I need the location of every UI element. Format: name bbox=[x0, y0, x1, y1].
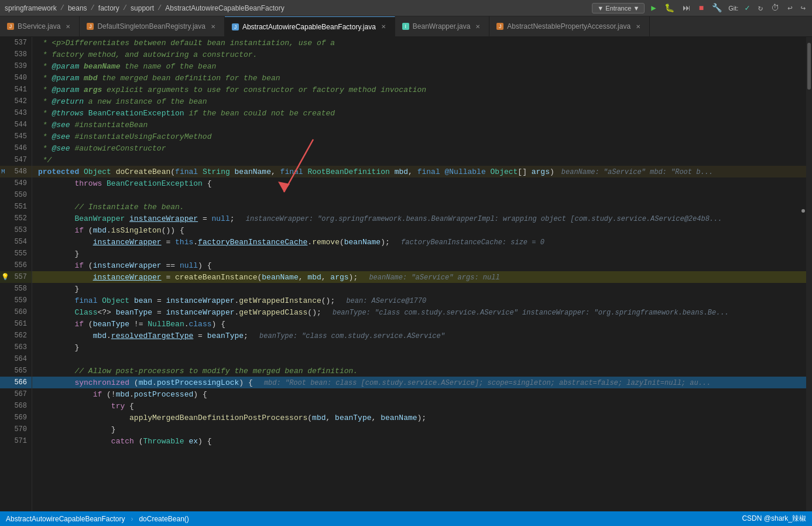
status-method[interactable]: doCreateBean() bbox=[139, 515, 189, 523]
code-line-566: synchronized (mbd.postProcessingLock) { … bbox=[32, 377, 812, 388]
code-line-545: * @see #instantiateUsingFactoryMethod bbox=[32, 131, 812, 142]
tab-close-beanwrapper[interactable]: ✕ bbox=[474, 23, 482, 30]
linenum-561: 561 bbox=[0, 318, 32, 330]
code-line-570: } bbox=[32, 423, 812, 435]
linenum-570: 570 bbox=[0, 423, 32, 435]
code-line-540: * @param mbd the merged bean definition … bbox=[32, 72, 812, 84]
tab-bservice[interactable]: J BService.java ✕ bbox=[0, 16, 80, 36]
linenum-567: 567 bbox=[0, 388, 32, 400]
line-numbers: 537 538 539 540 541 542 543 544 545 546 … bbox=[0, 37, 32, 511]
linenum-545: 545 bbox=[0, 131, 32, 142]
git-sync-icon[interactable]: ↻ bbox=[756, 3, 765, 13]
code-line-547: */ bbox=[32, 154, 812, 166]
linenum-553: 553 bbox=[0, 224, 32, 236]
code-line-553: if (mbd.isSingleton()) { bbox=[32, 224, 812, 236]
linenum-555: 555 bbox=[0, 248, 32, 259]
scrollbar-thumb[interactable] bbox=[807, 43, 811, 90]
breadcrumb-class[interactable]: AbstractAutowireCapableBeanFactory bbox=[165, 4, 284, 12]
git-label: Git: bbox=[728, 5, 738, 12]
editor-container: 537 538 539 540 541 542 543 544 545 546 … bbox=[0, 37, 812, 511]
linenum-563: 563 bbox=[0, 341, 32, 353]
undo-icon[interactable]: ↩ bbox=[786, 3, 794, 13]
linenum-564: 564 bbox=[0, 353, 32, 365]
entrance-button[interactable]: ▼ Entrance ▼ bbox=[592, 3, 645, 13]
linenum-540: 540 bbox=[0, 72, 32, 84]
bulb-icon-557[interactable]: 💡 bbox=[1, 271, 9, 283]
redo-icon[interactable]: ↪ bbox=[799, 3, 807, 13]
breadcrumb-support[interactable]: support bbox=[131, 4, 154, 12]
code-line-554: instanceWrapper = this.factoryBeanInstan… bbox=[32, 236, 812, 248]
linenum-543: 543 bbox=[0, 107, 32, 119]
tab-label-bservice: BService.java bbox=[18, 22, 60, 30]
code-line-543: * @throws BeanCreationException if the b… bbox=[32, 107, 812, 119]
git-check-icon[interactable]: ✓ bbox=[743, 3, 751, 13]
breadcrumb-springframework[interactable]: springframework bbox=[5, 4, 57, 12]
csdn-badge: CSDN @shark_辣椒 bbox=[742, 514, 806, 524]
fold-indicator[interactable] bbox=[801, 209, 805, 213]
code-line-549: throws BeanCreationException { bbox=[32, 177, 812, 189]
code-line-548: protected Object doCreateBean(final Stri… bbox=[32, 166, 812, 177]
title-bar: springframework / beans / factory / supp… bbox=[0, 0, 812, 16]
status-bar: AbstractAutowireCapableBeanFactory › doC… bbox=[0, 511, 812, 526]
code-line-555: } bbox=[32, 248, 812, 259]
linenum-569: 569 bbox=[0, 412, 32, 423]
code-line-564 bbox=[32, 353, 812, 365]
scrollbar-right[interactable] bbox=[806, 37, 812, 511]
code-line-568: try { bbox=[32, 400, 812, 412]
code-line-556: if (instanceWrapper == null) { bbox=[32, 259, 812, 271]
linenum-538: 538 bbox=[0, 49, 32, 60]
tab-close-bservice[interactable]: ✕ bbox=[64, 23, 72, 30]
tab-label-abstractnestable: AbstractNestablePropertyAccessor.java bbox=[507, 22, 631, 30]
linenum-554: 554 bbox=[0, 236, 32, 248]
code-line-537: * <p>Differentiates between default bean… bbox=[32, 37, 812, 49]
code-line-567: if (!mbd.postProcessed) { bbox=[32, 388, 812, 400]
tools-icon[interactable]: 🔧 bbox=[710, 3, 724, 13]
code-line-546: * @see #autowireConstructor bbox=[32, 142, 812, 154]
tab-close-defaultsingleton[interactable]: ✕ bbox=[209, 23, 217, 30]
code-line-563: } bbox=[32, 341, 812, 353]
code-line-539: * @param beanName the name of the bean bbox=[32, 60, 812, 72]
linenum-548: M 548 bbox=[0, 166, 32, 177]
run-icon[interactable]: ▶ bbox=[649, 3, 657, 13]
linenum-566: 566 bbox=[0, 377, 32, 388]
code-line-551: // Instantiate the bean. bbox=[32, 201, 812, 213]
tab-beanwrapper[interactable]: I BeanWrapper.java ✕ bbox=[395, 16, 490, 36]
tab-defaultsingleton[interactable]: J DefaultSingletonBeanRegistry.java ✕ bbox=[80, 16, 225, 36]
tab-label-beanwrapper: BeanWrapper.java bbox=[413, 22, 471, 30]
tab-close-abstractautowire[interactable]: ✕ bbox=[379, 23, 388, 30]
code-line-557: instanceWrapper = createBeanInstance(bea… bbox=[32, 271, 812, 283]
debug-icon[interactable]: 🐛 bbox=[663, 3, 676, 13]
code-line-550 bbox=[32, 189, 812, 201]
linenum-537: 537 bbox=[0, 37, 32, 49]
code-line-541: * @param args explicit arguments to use … bbox=[32, 84, 812, 95]
linenum-550: 550 bbox=[0, 189, 32, 201]
linenum-546: 546 bbox=[0, 142, 32, 154]
breadcrumb-factory[interactable]: factory bbox=[98, 4, 119, 12]
tab-close-abstractnestable[interactable]: ✕ bbox=[634, 23, 642, 30]
linenum-544: 544 bbox=[0, 119, 32, 131]
linenum-560: 560 bbox=[0, 306, 32, 318]
linenum-571: 571 bbox=[0, 435, 32, 447]
code-area[interactable]: * <p>Differentiates between default bean… bbox=[32, 37, 812, 511]
git-history-icon[interactable]: ⏱ bbox=[769, 4, 781, 13]
step-icon[interactable]: ⏭ bbox=[681, 4, 693, 13]
code-line-552: BeanWrapper instanceWrapper = null; inst… bbox=[32, 213, 812, 224]
breadcrumb-beans[interactable]: beans bbox=[68, 4, 87, 12]
linenum-541: 541 bbox=[0, 84, 32, 95]
bookmark-icon-548: M bbox=[1, 166, 5, 177]
stop-icon[interactable]: ■ bbox=[697, 4, 705, 13]
tab-label-defaultsingleton: DefaultSingletonBeanRegistry.java bbox=[97, 22, 205, 30]
linenum-552: 552 bbox=[0, 213, 32, 224]
linenum-542: 542 bbox=[0, 95, 32, 107]
code-line-538: * factory method, and autowiring a const… bbox=[32, 49, 812, 60]
linenum-559: 559 bbox=[0, 295, 32, 306]
status-class[interactable]: AbstractAutowireCapableBeanFactory bbox=[6, 515, 125, 523]
code-line-558: } bbox=[32, 283, 812, 295]
linenum-549: 549 bbox=[0, 177, 32, 189]
linenum-568: 568 bbox=[0, 400, 32, 412]
code-line-542: * @return a new instance of the bean bbox=[32, 95, 812, 107]
tab-abstractautowire[interactable]: J AbstractAutowireCapableBeanFactory.jav… bbox=[225, 16, 395, 36]
tab-abstractnestable[interactable]: J AbstractNestablePropertyAccessor.java … bbox=[489, 16, 650, 36]
linenum-557: 💡 557 bbox=[0, 271, 32, 283]
code-line-561: if (beanType != NullBean.class) { bbox=[32, 318, 812, 330]
